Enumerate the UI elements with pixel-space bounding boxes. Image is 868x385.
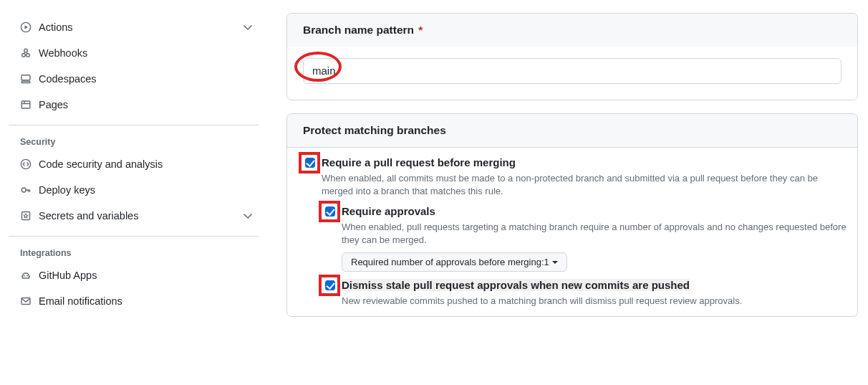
rule-require-pull-request: Require a pull request before merging Wh… <box>299 151 852 199</box>
sidebar-item-email-notifications[interactable]: Email notifications <box>0 288 259 314</box>
hubot-icon <box>20 270 32 281</box>
sidebar-separator <box>9 236 259 237</box>
chevron-down-icon <box>242 22 252 32</box>
rule-description: When enabled, pull requests targeting a … <box>342 221 852 247</box>
sidebar-heading-security: Security <box>0 130 259 151</box>
annotation-box <box>319 201 340 222</box>
sidebar-item-label: Codespaces <box>39 73 252 85</box>
rule-dismiss-stale: Dismiss stale pull request approvals whe… <box>319 273 852 309</box>
settings-sidebar: Actions Webhooks Codespaces Pages Securi… <box>0 0 266 385</box>
required-marker: * <box>418 24 423 36</box>
sidebar-item-github-apps[interactable]: GitHub Apps <box>0 262 259 288</box>
rule-title: Dismiss stale pull request approvals whe… <box>342 277 852 293</box>
main-content: Branch name pattern * Protect matching b… <box>266 0 868 385</box>
rule-require-approvals: Require approvals When enabled, pull req… <box>319 199 852 273</box>
sidebar-item-label: Code security and analysis <box>39 158 252 170</box>
panel-title: Protect matching branches <box>303 124 446 136</box>
key-icon <box>20 184 32 196</box>
sidebar-heading-integrations: Integrations <box>0 241 259 262</box>
branch-name-panel: Branch name pattern * <box>286 13 858 100</box>
webhook-icon <box>20 47 32 59</box>
sidebar-item-label: Email notifications <box>39 295 252 307</box>
dropdown-label-prefix: Required number of approvals before merg… <box>351 257 544 267</box>
annotation-circle <box>303 58 842 84</box>
required-approvals-dropdown[interactable]: Required number of approvals before merg… <box>342 252 567 272</box>
sidebar-item-webhooks[interactable]: Webhooks <box>0 40 259 66</box>
dismiss-stale-checkbox[interactable] <box>325 280 335 290</box>
rule-description: New reviewable commits pushed to a match… <box>342 295 852 308</box>
panel-heading: Protect matching branches <box>287 114 857 148</box>
panel-title: Branch name pattern <box>303 24 414 36</box>
sidebar-item-label: GitHub Apps <box>39 270 252 281</box>
codespaces-icon <box>20 73 32 85</box>
sidebar-item-secrets[interactable]: Secrets and variables <box>0 203 259 229</box>
annotation-box <box>319 275 340 296</box>
panel-heading: Branch name pattern * <box>287 14 857 47</box>
require-pr-checkbox[interactable] <box>305 158 315 168</box>
sidebar-item-pages[interactable]: Pages <box>0 92 259 118</box>
sidebar-item-label: Pages <box>39 99 252 110</box>
chevron-down-icon <box>242 211 252 221</box>
sidebar-item-actions[interactable]: Actions <box>0 14 259 40</box>
branch-name-pattern-input[interactable] <box>303 58 842 84</box>
caret-down-icon <box>552 261 558 264</box>
rule-title: Require a pull request before merging <box>322 155 852 171</box>
sidebar-item-deploy-keys[interactable]: Deploy keys <box>0 177 259 203</box>
sidebar-separator <box>9 125 259 125</box>
browser-icon <box>20 99 32 110</box>
mail-icon <box>20 295 32 307</box>
protect-branches-panel: Protect matching branches Require a pull… <box>286 113 858 317</box>
play-circle-icon <box>20 22 32 33</box>
require-approvals-checkbox[interactable] <box>325 206 335 217</box>
key-asterisk-icon <box>20 210 32 222</box>
sidebar-item-label: Deploy keys <box>39 184 252 196</box>
sidebar-item-label: Webhooks <box>39 47 252 59</box>
rule-description: When enabled, all commits must be made t… <box>322 172 837 198</box>
sidebar-item-code-security[interactable]: Code security and analysis <box>0 151 259 177</box>
sidebar-item-codespaces[interactable]: Codespaces <box>0 66 259 92</box>
rule-title: Require approvals <box>342 204 852 219</box>
sidebar-item-label: Actions <box>39 22 242 33</box>
annotation-box <box>299 152 320 174</box>
codescan-icon <box>20 158 32 170</box>
dropdown-value: 1 <box>544 257 549 267</box>
sidebar-item-label: Secrets and variables <box>39 210 242 222</box>
